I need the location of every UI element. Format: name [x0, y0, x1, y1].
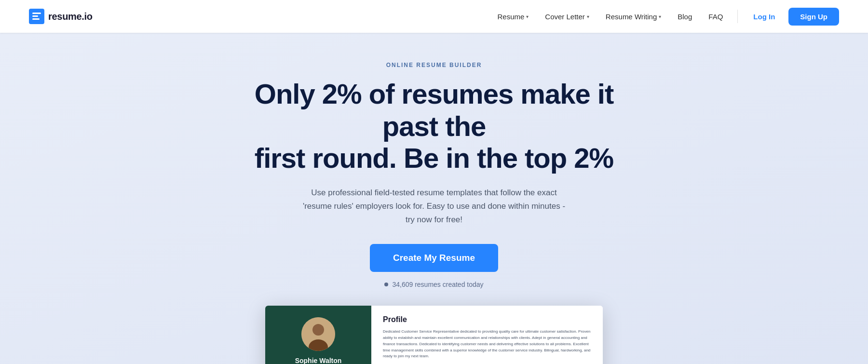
hero-title-line2: first round. Be in the top 2% — [255, 142, 613, 174]
logo-icon — [29, 9, 44, 24]
main-nav: Resume ▾ Cover Letter ▾ Resume Writing ▾… — [490, 8, 839, 26]
resumes-counter: 34,609 resumes created today — [384, 281, 483, 288]
hero-title: Only 2% of resumes make it past the firs… — [241, 78, 627, 175]
hero-title-line1: Only 2% of resumes make it past the — [255, 78, 613, 142]
hero-section: ONLINE RESUME BUILDER Only 2% of resumes… — [0, 33, 868, 364]
chevron-down-icon: ▾ — [587, 14, 589, 19]
svg-rect-1 — [32, 13, 41, 14]
resume-profile-text: Dedicated Customer Service Representativ… — [383, 329, 591, 360]
resume-profile-title: Profile — [383, 315, 591, 324]
nav-item-resume[interactable]: Resume ▾ — [490, 9, 535, 25]
nav-item-cover-letter[interactable]: Cover Letter ▾ — [538, 9, 596, 25]
nav-item-resume-writing[interactable]: Resume Writing ▾ — [599, 9, 668, 25]
chevron-down-icon: ▾ — [659, 14, 661, 19]
create-resume-button[interactable]: Create My Resume — [370, 244, 498, 272]
svg-rect-2 — [32, 15, 38, 17]
login-button[interactable]: Log In — [746, 9, 783, 25]
nav-divider — [737, 10, 738, 23]
nav-item-blog[interactable]: Blog — [671, 9, 699, 25]
resume-left-panel: Sophie Walton CUSTOMER SERVICEREPRESENTA… — [265, 306, 371, 364]
logo-text: resume.io — [48, 11, 93, 22]
chevron-down-icon: ▾ — [526, 14, 529, 19]
header: resume.io Resume ▾ Cover Letter ▾ Resume… — [0, 0, 868, 33]
hero-tag: ONLINE RESUME BUILDER — [386, 62, 482, 68]
counter-text: 34,609 resumes created today — [392, 281, 483, 288]
hero-subtitle: Use professional field-tested resume tem… — [299, 186, 569, 227]
logo[interactable]: resume.io — [29, 9, 93, 24]
counter-dot-icon — [384, 283, 388, 286]
resume-card: Sophie Walton CUSTOMER SERVICEREPRESENTA… — [265, 306, 603, 364]
resume-right-panel: Profile Dedicated Customer Service Repre… — [371, 306, 603, 364]
svg-point-5 — [312, 324, 324, 336]
resume-preview-container: Sophie Walton CUSTOMER SERVICEREPRESENTA… — [0, 306, 868, 364]
avatar — [301, 317, 335, 351]
avatar-image — [301, 317, 335, 351]
signup-button[interactable]: Sign Up — [788, 8, 839, 26]
nav-item-faq[interactable]: FAQ — [702, 9, 730, 25]
svg-rect-3 — [32, 18, 40, 20]
resume-person-name: Sophie Walton — [295, 357, 342, 364]
